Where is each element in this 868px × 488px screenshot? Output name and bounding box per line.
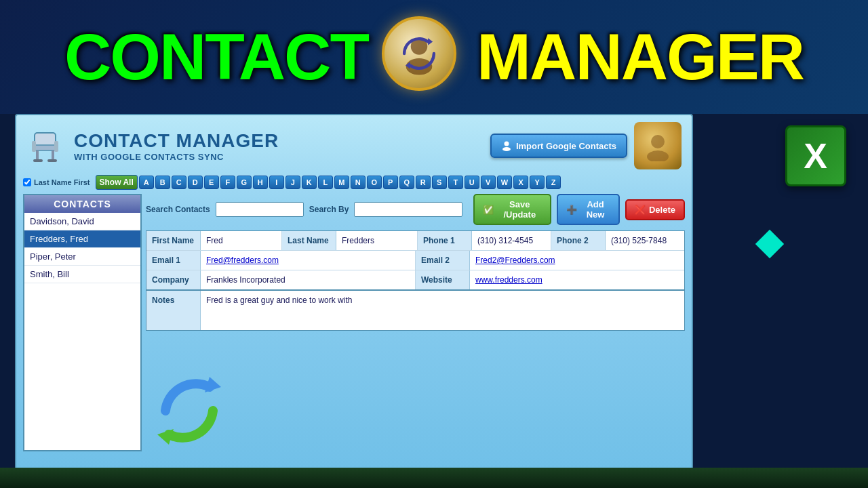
content-area: CONTACTS Davidson, David Fredders, Fred …	[23, 194, 685, 451]
company-value[interactable]: Frankles Incorporated	[201, 270, 416, 289]
alpha-btn-T[interactable]: T	[448, 176, 463, 189]
search-contacts-input[interactable]	[216, 202, 304, 217]
alpha-btn-H[interactable]: H	[253, 176, 268, 189]
email2-label: Email 2	[416, 251, 470, 270]
search-by-label: Search By	[309, 205, 349, 214]
svg-rect-10	[32, 141, 36, 152]
excel-logo-area: X	[766, 115, 865, 197]
alpha-btn-P[interactable]: P	[383, 176, 398, 189]
import-google-contacts-button[interactable]: Import Google Contacts	[490, 134, 627, 158]
phone1-label: Phone 1	[418, 231, 472, 250]
alpha-btn-S[interactable]: S	[432, 176, 447, 189]
contacts-header: CONTACTS	[24, 195, 140, 213]
alpha-btn-Q[interactable]: Q	[399, 176, 414, 189]
panel-title: CONTACT MANAGER	[74, 130, 279, 152]
alpha-btn-D[interactable]: D	[188, 176, 203, 189]
alpha-btn-W[interactable]: W	[497, 176, 512, 189]
first-name-value[interactable]: Fred	[201, 231, 282, 250]
svg-point-15	[647, 150, 669, 161]
alpha-btn-C[interactable]: C	[172, 176, 186, 189]
contact-item-fredders[interactable]: Fredders, Fred	[24, 230, 140, 248]
chair-icon	[26, 127, 64, 165]
add-new-button[interactable]: ➕ Add New	[557, 194, 620, 225]
alpha-btn-A[interactable]: A	[139, 176, 154, 189]
save-update-button[interactable]: ✅ Save /Update	[473, 194, 551, 225]
alpha-btn-L[interactable]: L	[318, 176, 333, 189]
alpha-btn-J[interactable]: J	[285, 176, 300, 189]
plus-icon: ➕	[566, 205, 577, 215]
excel-logo: X	[785, 125, 846, 186]
form-row-company-website: Company Frankles Incorporated Website ww…	[146, 270, 684, 289]
delete-button[interactable]: ❌ Delete	[625, 199, 685, 220]
alpha-btn-K[interactable]: K	[302, 176, 317, 189]
contact-item-piper[interactable]: Piper, Peter	[24, 248, 140, 266]
svg-point-13	[502, 147, 511, 151]
banner-right-text: MANAGER	[477, 24, 804, 89]
svg-marker-2	[428, 38, 433, 45]
alpha-btn-M[interactable]: M	[334, 176, 349, 189]
sync-icon	[145, 367, 233, 455]
search-by-input[interactable]	[354, 202, 462, 217]
email1-label: Email 1	[146, 251, 201, 270]
last-name-value[interactable]: Fredders	[336, 231, 418, 250]
last-name-first-check[interactable]: Last Name First	[23, 178, 90, 186]
phone2-label: Phone 2	[551, 231, 606, 250]
form-row-names-phones: First Name Fred Last Name Fredders Phone…	[146, 231, 684, 251]
phone1-value[interactable]: (310) 312-4545	[472, 231, 551, 250]
panel-subtitle: WITH GOOGLE CONTACTS SYNC	[74, 152, 279, 162]
notes-area: Notes Fred is a great guy and nice to wo…	[146, 290, 685, 331]
alpha-btn-N[interactable]: N	[351, 176, 366, 189]
person-icon	[501, 140, 512, 151]
avatar-placeholder	[634, 122, 682, 169]
alpha-btn-I[interactable]: I	[269, 176, 284, 189]
svg-rect-7	[52, 150, 54, 160]
banner-left-text: CONTACT	[64, 24, 368, 89]
svg-rect-4	[35, 133, 56, 146]
alpha-btn-B[interactable]: B	[155, 176, 170, 189]
panel-title-area: CONTACT MANAGER WITH GOOGLE CONTACTS SYN…	[26, 127, 279, 165]
contact-item-davidson[interactable]: Davidson, David	[24, 213, 140, 230]
contact-item-smith[interactable]: Smith, Bill	[24, 266, 140, 283]
banner: CONTACT MANAGER	[0, 0, 868, 114]
first-name-label: First Name	[146, 231, 201, 250]
show-all-button[interactable]: Show All	[96, 175, 138, 190]
svg-rect-9	[47, 159, 57, 162]
x-icon: ❌	[635, 205, 646, 215]
company-label: Company	[146, 270, 201, 289]
last-name-first-checkbox[interactable]	[23, 178, 31, 186]
alpha-btn-X[interactable]: X	[513, 176, 528, 189]
svg-rect-6	[36, 150, 39, 160]
notes-label: Notes	[146, 291, 201, 330]
form-row-emails: Email 1 Fred@fredders.com Email 2 Fred2@…	[146, 251, 684, 270]
checkmark-icon: ✅	[483, 205, 494, 215]
notes-value[interactable]: Fred is a great guy and nice to work wit…	[201, 291, 357, 330]
phone2-value[interactable]: (310) 525-7848	[606, 231, 684, 250]
website-value[interactable]: www.fredders.com	[470, 270, 684, 289]
detail-panel: Search Contacts Search By ✅ Save /Update…	[146, 194, 685, 451]
alpha-btn-Y[interactable]: Y	[530, 176, 545, 189]
email1-value[interactable]: Fred@fredders.com	[201, 251, 416, 270]
panel-header: CONTACT MANAGER WITH GOOGLE CONTACTS SYN…	[23, 122, 685, 169]
avatar-icon	[643, 131, 673, 161]
svg-point-12	[504, 142, 509, 146]
panel-title-text: CONTACT MANAGER WITH GOOGLE CONTACTS SYN…	[74, 130, 279, 162]
alpha-btn-F[interactable]: F	[220, 176, 235, 189]
search-contacts-label: Search Contacts	[146, 205, 210, 214]
contacts-list: CONTACTS Davidson, David Fredders, Fred …	[23, 194, 142, 451]
alpha-btn-G[interactable]: G	[237, 176, 252, 189]
svg-point-14	[651, 135, 665, 148]
alpha-btn-R[interactable]: R	[416, 176, 431, 189]
alpha-btn-E[interactable]: E	[204, 176, 219, 189]
email2-value[interactable]: Fred2@Fredders.com	[470, 251, 684, 270]
alpha-btn-V[interactable]: V	[481, 176, 496, 189]
svg-rect-8	[33, 159, 43, 162]
banner-logo	[382, 16, 463, 98]
alpha-btn-O[interactable]: O	[367, 176, 382, 189]
svg-rect-5	[33, 145, 57, 150]
contact-form: First Name Fred Last Name Fredders Phone…	[146, 230, 685, 290]
last-name-label: Last Name	[282, 231, 336, 250]
website-label: Website	[416, 270, 470, 289]
alpha-btn-U[interactable]: U	[465, 176, 479, 189]
svg-rect-11	[54, 141, 58, 152]
alpha-btn-Z[interactable]: Z	[546, 176, 561, 189]
